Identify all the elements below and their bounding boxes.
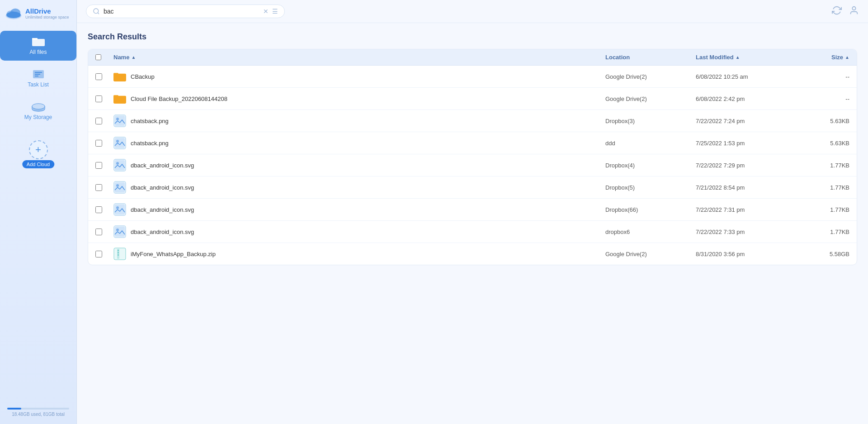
th-name[interactable]: Name ▲ <box>113 54 605 61</box>
sidebar-item-all-files[interactable]: All files <box>0 31 76 61</box>
table-row[interactable]: CBackup Google Drive(2) 6/08/2022 10:25 … <box>88 66 857 88</box>
table-row[interactable]: iMyFone_WhatsApp_Backup.zip Google Drive… <box>88 243 857 265</box>
row-location-5: Dropbox(5) <box>605 184 696 191</box>
page-title: Search Results <box>88 32 857 42</box>
search-icon <box>93 8 100 15</box>
sidebar-item-label-task-list: Task List <box>28 81 49 88</box>
row-modified-2: 7/22/2022 7:24 pm <box>696 118 795 124</box>
row-select-6[interactable] <box>95 206 102 213</box>
row-name-0: CBackup <box>113 70 605 83</box>
svg-point-32 <box>116 162 119 165</box>
table-row[interactable]: dback_android_icon.svg dropbox6 7/22/202… <box>88 221 857 243</box>
modified-sort-icon: ▲ <box>736 55 740 60</box>
add-cloud-label: Add Cloud <box>22 160 54 168</box>
table-row[interactable]: dback_android_icon.svg Dropbox(5) 7/21/2… <box>88 176 857 199</box>
task-list-icon <box>31 69 46 80</box>
row-name-7: dback_android_icon.svg <box>113 225 605 238</box>
size-sort-icon: ▲ <box>845 55 849 60</box>
row-size-5: 1.77KB <box>795 184 849 191</box>
search-clear-button[interactable]: ✕ <box>263 8 269 15</box>
file-icon-6 <box>113 203 126 216</box>
row-location-7: dropbox6 <box>605 229 696 235</box>
file-icon-2 <box>113 114 126 127</box>
row-checkbox-1 <box>95 95 113 102</box>
row-filename-1: Cloud File Backup_20220608144208 <box>131 95 227 102</box>
table-row[interactable]: dback_android_icon.svg Dropbox(66) 7/22/… <box>88 199 857 221</box>
th-modified[interactable]: Last Modified ▲ <box>696 54 795 61</box>
add-cloud-button[interactable]: + Add Cloud <box>29 140 48 177</box>
file-icon-4 <box>113 159 126 172</box>
file-icon-5 <box>113 181 126 194</box>
row-name-5: dback_android_icon.svg <box>113 181 605 194</box>
row-select-1[interactable] <box>95 95 102 102</box>
svg-rect-50 <box>118 254 119 256</box>
th-size[interactable]: Size ▲ <box>795 54 849 61</box>
name-sort-icon: ▲ <box>131 55 136 60</box>
add-cloud-circle: + <box>29 140 48 159</box>
file-icon-3 <box>113 137 126 149</box>
row-select-5[interactable] <box>95 184 102 191</box>
row-size-2: 5.63KB <box>795 118 849 124</box>
row-select-2[interactable] <box>95 118 102 124</box>
row-checkbox-2 <box>95 118 113 124</box>
table-row[interactable]: Cloud File Backup_20220608144208 Google … <box>88 88 857 110</box>
row-location-0: Google Drive(2) <box>605 73 696 80</box>
sidebar: AllDrive Unlimited storage space All fil… <box>0 0 77 424</box>
row-checkbox-7 <box>95 229 113 235</box>
row-size-8: 5.58GB <box>795 251 849 257</box>
svg-rect-35 <box>115 182 125 192</box>
topbar: ✕ ☰ <box>77 0 868 23</box>
svg-point-24 <box>116 118 119 120</box>
search-menu-icon[interactable]: ☰ <box>272 8 278 15</box>
row-name-6: dback_android_icon.svg <box>113 203 605 216</box>
storage-label: 18.48GB used, 81GB total <box>7 412 69 417</box>
logo-text: AllDrive Unlimited storage space <box>25 7 69 19</box>
row-size-6: 1.77KB <box>795 206 849 213</box>
row-size-1: -- <box>795 95 849 102</box>
row-filename-0: CBackup <box>131 73 155 80</box>
search-input[interactable] <box>104 8 260 15</box>
row-select-0[interactable] <box>95 73 102 80</box>
row-modified-4: 7/22/2022 7:29 pm <box>696 162 795 169</box>
sidebar-item-task-list[interactable]: Task List <box>0 63 76 93</box>
row-filename-5: dback_android_icon.svg <box>131 184 194 191</box>
row-location-6: Dropbox(66) <box>605 206 696 213</box>
select-all-checkbox[interactable] <box>95 54 101 60</box>
row-checkbox-0 <box>95 73 113 80</box>
row-location-1: Google Drive(2) <box>605 95 696 102</box>
row-filename-3: chatsback.png <box>131 140 169 147</box>
table-row[interactable]: dback_android_icon.svg Dropbox(4) 7/22/2… <box>88 154 857 176</box>
svg-rect-4 <box>32 39 45 46</box>
row-location-8: Google Drive(2) <box>605 251 696 257</box>
row-location-3: ddd <box>605 140 696 147</box>
row-select-3[interactable] <box>95 140 102 147</box>
user-icon[interactable] <box>849 5 859 18</box>
row-modified-0: 6/08/2022 10:25 am <box>696 73 795 80</box>
row-checkbox-5 <box>95 184 113 191</box>
svg-rect-39 <box>115 205 125 214</box>
row-checkbox-4 <box>95 162 113 169</box>
table-row[interactable]: chatsback.png ddd 7/25/2022 1:53 pm 5.63… <box>88 132 857 154</box>
topbar-actions <box>832 5 859 18</box>
row-modified-6: 7/22/2022 7:31 pm <box>696 206 795 213</box>
th-location[interactable]: Location <box>605 54 696 61</box>
row-select-8[interactable] <box>95 251 102 257</box>
svg-rect-27 <box>115 138 125 148</box>
sidebar-item-my-storage[interactable]: My Storage <box>0 96 76 126</box>
file-icon-1 <box>113 92 126 105</box>
svg-rect-43 <box>115 227 125 237</box>
svg-point-3 <box>6 12 21 18</box>
row-modified-7: 7/22/2022 7:33 pm <box>696 229 795 235</box>
row-filename-8: iMyFone_WhatsApp_Backup.zip <box>131 251 216 257</box>
search-box[interactable]: ✕ ☰ <box>86 5 285 18</box>
table-row[interactable]: chatsback.png Dropbox(3) 7/22/2022 7:24 … <box>88 110 857 132</box>
refresh-icon[interactable] <box>832 5 842 18</box>
main-area: ✕ ☰ Search Results <box>77 0 868 424</box>
row-checkbox-6 <box>95 206 113 213</box>
row-select-4[interactable] <box>95 162 102 169</box>
svg-rect-31 <box>115 160 125 170</box>
row-filename-6: dback_android_icon.svg <box>131 206 194 213</box>
row-size-4: 1.77KB <box>795 162 849 169</box>
logo-icon <box>5 6 23 20</box>
row-select-7[interactable] <box>95 229 102 235</box>
